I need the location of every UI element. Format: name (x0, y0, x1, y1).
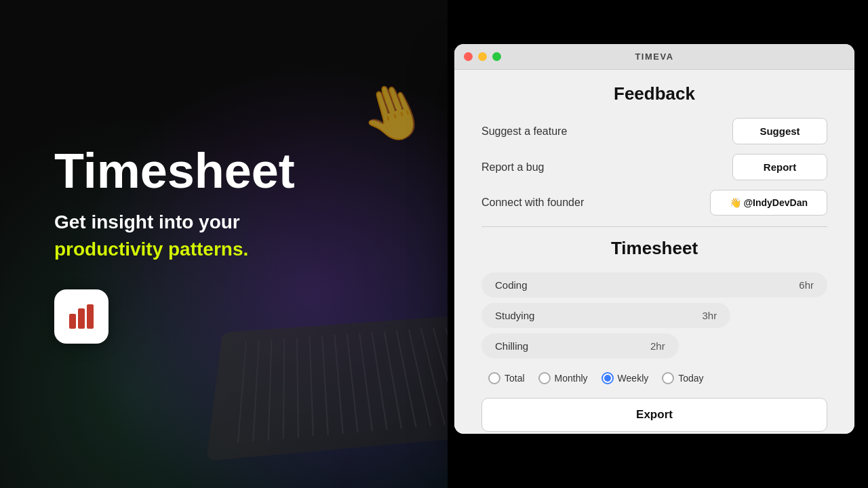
export-button[interactable]: Export (481, 398, 827, 432)
timesheet-item-chilling: Chilling 2hr (481, 333, 679, 359)
timesheet-item-coding: Coding 6hr (481, 272, 827, 298)
feedback-section-title: Feedback (481, 83, 827, 104)
hero-subtitle: Get insight into your productivity patte… (54, 209, 248, 262)
connect-founder-label: Connect with founder (481, 197, 584, 209)
radio-label-monthly: Monthly (555, 373, 588, 384)
window-title: TIMEVA (635, 52, 673, 62)
connect-founder-button[interactable]: 👋 @IndyDevDan (710, 190, 827, 216)
radio-today[interactable]: Today (662, 372, 703, 384)
timesheet-section-title: Timesheet (481, 238, 827, 259)
timesheet-item-studying: Studying 3hr (481, 303, 730, 328)
report-bug-row: Report a bug Report (481, 154, 827, 180)
radio-circle-weekly (601, 372, 614, 384)
connect-founder-row: Connect with founder 👋 @IndyDevDan (481, 190, 827, 216)
radio-label-weekly: Weekly (618, 373, 649, 384)
minimize-button[interactable] (478, 52, 487, 61)
radio-monthly[interactable]: Monthly (538, 372, 588, 384)
app-icon (54, 289, 108, 344)
maximize-button[interactable] (492, 52, 501, 61)
titlebar: TIMEVA (454, 44, 854, 70)
radio-circle-monthly (538, 372, 551, 384)
report-bug-label: Report a bug (481, 161, 545, 174)
suggest-feature-row: Suggest a feature Suggest (481, 118, 827, 144)
mac-window: TIMEVA Feedback Suggest a feature Sugges… (454, 44, 854, 434)
radio-total[interactable]: Total (488, 372, 525, 384)
radio-label-today: Today (678, 373, 703, 384)
divider (481, 226, 827, 227)
radio-circle-today (662, 372, 674, 384)
left-panel: Timesheet Get insight into your producti… (0, 0, 448, 488)
item-time-coding: 6hr (799, 279, 814, 291)
bar-chart-icon (65, 300, 98, 333)
svg-rect-1 (78, 308, 85, 329)
close-button[interactable] (464, 52, 473, 61)
svg-rect-2 (87, 304, 94, 329)
window-body: Feedback Suggest a feature Suggest Repor… (454, 70, 854, 434)
radio-label-total: Total (505, 373, 525, 384)
item-name-chilling: Chilling (495, 340, 528, 352)
hero-subtitle-text: Get insight into your (54, 211, 240, 232)
hero-title: Timesheet (54, 144, 295, 198)
radio-circle-total (488, 372, 500, 384)
item-time-studying: 3hr (703, 310, 717, 321)
hero-highlight-text: productivity patterns. (54, 239, 248, 260)
radio-weekly[interactable]: Weekly (601, 372, 649, 384)
item-name-studying: Studying (495, 310, 534, 321)
report-button[interactable]: Report (732, 154, 827, 180)
suggest-button[interactable]: Suggest (732, 118, 827, 144)
suggest-feature-label: Suggest a feature (481, 125, 567, 138)
item-name-coding: Coding (495, 279, 528, 291)
radio-group: Total Monthly Weekly Today (481, 372, 827, 384)
timesheet-section: Timesheet Coding 6hr Studying 3hr Chilli… (481, 238, 827, 432)
timesheet-items-list: Coding 6hr Studying 3hr Chilling 2hr (481, 272, 827, 359)
svg-rect-0 (69, 314, 76, 329)
item-time-chilling: 2hr (650, 340, 665, 352)
window-controls (464, 52, 501, 61)
